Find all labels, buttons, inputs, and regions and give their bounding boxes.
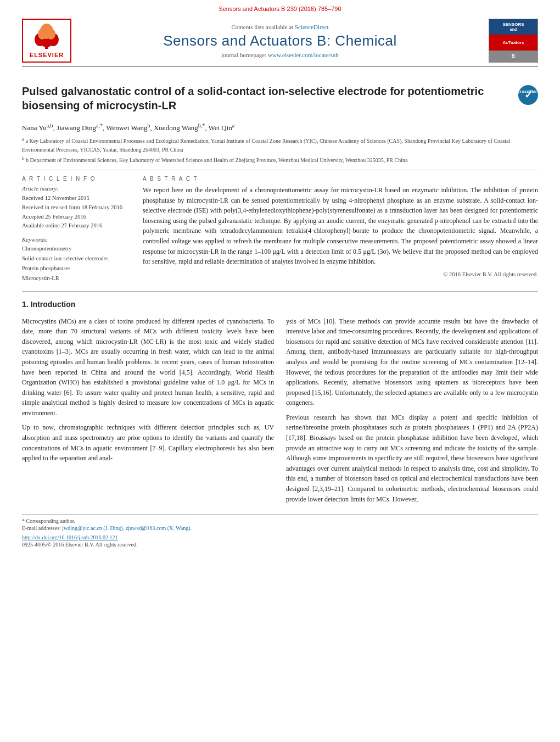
intro-p2: Up to now, chromatographic techniques wi…	[22, 422, 274, 463]
section-number: 1.	[22, 300, 29, 309]
contents-line: Contents lists available at ScienceDirec…	[71, 24, 489, 30]
keyword-1: Chronopotentiometry	[22, 244, 132, 254]
abstract-panel: A B S T R A C T We report here on the de…	[143, 176, 538, 283]
intro-col-1: Microcystins (MCs) are a class of toxins…	[22, 316, 274, 505]
available-date: Available online 27 February 2016	[22, 221, 132, 231]
copyright-line: © 2016 Elsevier B.V. All rights reserved…	[143, 271, 538, 277]
author-jiawang: Jiawang Ding	[57, 124, 96, 132]
sciencedirect-link[interactable]: ScienceDirect	[295, 24, 329, 30]
doi-link[interactable]: http://dx.doi.org/10.1016/j.snb.2016.02.…	[22, 534, 118, 540]
author-nana: Nana Yu	[22, 124, 47, 132]
divider-after-abstract	[22, 291, 538, 292]
intro-p4: Previous research has shown that MCs dis…	[286, 412, 538, 504]
intro-p1: Microcystins (MCs) are a class of toxins…	[22, 316, 274, 419]
section-title: Introduction	[31, 300, 76, 309]
logo-b-text: B	[512, 53, 516, 59]
keywords-label: Keywords:	[22, 236, 132, 243]
actuators-logo-text: AcTuators	[503, 40, 524, 46]
divider-after-affiliations	[22, 170, 538, 170]
elsevier-logo: ELSEVIER	[22, 19, 71, 63]
intro-p3: ysis of MCs [10]. These methods can prov…	[286, 316, 538, 408]
accepted-date: Accepted 25 February 2016	[22, 213, 132, 222]
sensors-actuators-logo: SENSORSand AcTuators B	[489, 19, 538, 63]
keywords-list: Chronopotentiometry Solid-contact ion-se…	[22, 244, 132, 283]
author-wenwei: Wenwei Wang	[106, 124, 147, 132]
homepage-link[interactable]: www.elsevier.com/locate/snb	[268, 52, 339, 58]
sensors-logo-text: SENSORSand	[502, 22, 524, 32]
svg-text:CrossMark: CrossMark	[519, 89, 537, 94]
journal-name: Sensors and Actuators B: Chemical	[71, 32, 489, 49]
email-footnote: E-mail addresses: jwding@yic.ac.cn (J. D…	[22, 524, 538, 532]
svg-point-6	[47, 29, 55, 40]
article-title: Pulsed galvanostatic control of a solid-…	[22, 84, 512, 113]
issn-line: 0925-4005/© 2016 Elsevier B.V. All right…	[22, 542, 538, 548]
email-link[interactable]: jwding@yic.ac.cn (J. Ding), zjuwxd@163.c…	[62, 525, 192, 531]
received-revised-date: Received in revised form 18 February 201…	[22, 203, 132, 213]
received-date: Received 12 November 2015	[22, 194, 132, 203]
elsevier-tree-icon	[30, 23, 63, 51]
affiliations: a a Key Laboratory of Coastal Environmen…	[22, 136, 538, 164]
author-xuedong: Xuedong Wang	[154, 124, 198, 132]
journal-homepage: journal homepage: www.elsevier.com/locat…	[71, 52, 489, 58]
affiliation-a: a a Key Laboratory of Coastal Environmen…	[22, 136, 538, 153]
keyword-4: Microcystin-LR	[22, 274, 132, 283]
crossmark-badge: ✓ CrossMark	[518, 85, 538, 105]
keyword-2: Solid-contact ion-selective electrodes	[22, 254, 132, 264]
introduction-section: 1. Introduction Microcystins (MCs) are a…	[22, 300, 538, 505]
affiliation-b: b b Department of Environmental Sciences…	[22, 155, 538, 164]
author-wei: Wei Qin	[208, 124, 232, 132]
doi-line: http://dx.doi.org/10.1016/j.snb.2016.02.…	[22, 534, 538, 540]
article-history-label: Article history:	[22, 185, 132, 192]
journal-cite: Sensors and Actuators B 230 (2016) 785–7…	[219, 5, 341, 12]
svg-point-5	[38, 29, 47, 40]
article-info-panel: A R T I C L E I N F O Article history: R…	[22, 176, 132, 283]
authors-line: Nana Yua,b, Jiawang Dinga,*, Wenwei Wang…	[22, 122, 538, 132]
intro-col-2: ysis of MCs [10]. These methods can prov…	[286, 316, 538, 505]
abstract-text: We report here on the development of a c…	[143, 185, 538, 267]
keyword-3: Protein phosphatases	[22, 264, 132, 274]
crossmark-icon: ✓ CrossMark	[518, 85, 538, 105]
corresponding-author-marker: * Corresponding author.	[22, 518, 538, 524]
article-info-label: A R T I C L E I N F O	[22, 176, 132, 182]
footer: * Corresponding author. E-mail addresses…	[22, 514, 538, 548]
elsevier-label: ELSEVIER	[30, 52, 64, 58]
abstract-label: A B S T R A C T	[143, 176, 538, 182]
journal-center: Contents lists available at ScienceDirec…	[71, 24, 489, 58]
